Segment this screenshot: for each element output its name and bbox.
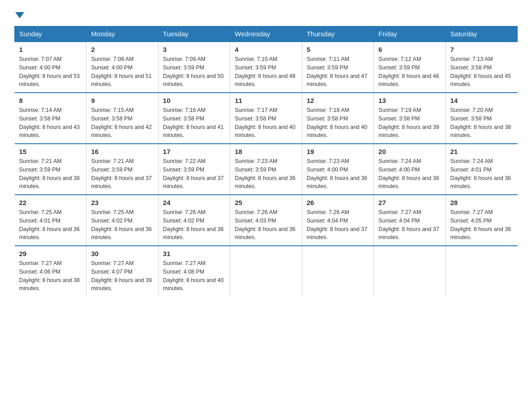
day-number: 9 — [91, 97, 153, 104]
day-info: Sunrise: 7:09 AMSunset: 3:59 PMDaylight:… — [163, 55, 225, 89]
day-number: 18 — [235, 148, 297, 155]
calendar-cell: 20 Sunrise: 7:24 AMSunset: 4:00 PMDaylig… — [374, 144, 446, 195]
calendar-header-row: SundayMondayTuesdayWednesdayThursdayFrid… — [15, 26, 518, 42]
day-number: 17 — [163, 148, 225, 155]
day-info: Sunrise: 7:27 AMSunset: 4:08 PMDaylight:… — [163, 259, 225, 293]
day-number: 23 — [91, 199, 153, 206]
logo — [14, 11, 25, 17]
day-info: Sunrise: 7:23 AMSunset: 3:59 PMDaylight:… — [235, 157, 297, 191]
calendar-cell: 16 Sunrise: 7:21 AMSunset: 3:59 PMDaylig… — [86, 144, 158, 195]
day-info: Sunrise: 7:27 AMSunset: 4:04 PMDaylight:… — [378, 208, 441, 242]
calendar-cell: 18 Sunrise: 7:23 AMSunset: 3:59 PMDaylig… — [230, 144, 302, 195]
day-info: Sunrise: 7:14 AMSunset: 3:58 PMDaylight:… — [19, 106, 82, 140]
day-info: Sunrise: 7:26 AMSunset: 4:02 PMDaylight:… — [163, 208, 225, 242]
calendar-week-row: 8 Sunrise: 7:14 AMSunset: 3:58 PMDayligh… — [15, 93, 518, 144]
calendar-cell: 22 Sunrise: 7:25 AMSunset: 4:01 PMDaylig… — [15, 195, 86, 246]
day-number: 25 — [235, 199, 297, 206]
calendar-cell: 5 Sunrise: 7:11 AMSunset: 3:59 PMDayligh… — [302, 42, 373, 93]
day-info: Sunrise: 7:17 AMSunset: 3:58 PMDaylight:… — [235, 106, 297, 140]
day-number: 13 — [378, 97, 441, 104]
calendar-cell: 25 Sunrise: 7:26 AMSunset: 4:03 PMDaylig… — [230, 195, 302, 246]
day-info: Sunrise: 7:20 AMSunset: 3:58 PMDaylight:… — [450, 106, 513, 140]
calendar-cell: 15 Sunrise: 7:21 AMSunset: 3:59 PMDaylig… — [15, 144, 86, 195]
calendar-week-row: 22 Sunrise: 7:25 AMSunset: 4:01 PMDaylig… — [15, 195, 518, 246]
day-info: Sunrise: 7:27 AMSunset: 4:07 PMDaylight:… — [91, 259, 153, 293]
day-number: 7 — [450, 46, 513, 53]
day-number: 28 — [450, 199, 513, 206]
calendar-table: SundayMondayTuesdayWednesdayThursdayFrid… — [14, 26, 518, 296]
calendar-week-row: 1 Sunrise: 7:07 AMSunset: 4:00 PMDayligh… — [15, 42, 518, 93]
day-number: 19 — [307, 148, 369, 155]
day-number: 2 — [91, 46, 153, 53]
calendar-cell: 3 Sunrise: 7:09 AMSunset: 3:59 PMDayligh… — [158, 42, 230, 93]
day-number: 15 — [19, 148, 82, 155]
day-number: 12 — [307, 97, 369, 104]
calendar-cell: 30 Sunrise: 7:27 AMSunset: 4:07 PMDaylig… — [86, 246, 158, 296]
calendar-cell: 21 Sunrise: 7:24 AMSunset: 4:01 PMDaylig… — [446, 144, 517, 195]
calendar-cell: 23 Sunrise: 7:25 AMSunset: 4:02 PMDaylig… — [86, 195, 158, 246]
calendar-cell: 14 Sunrise: 7:20 AMSunset: 3:58 PMDaylig… — [446, 93, 517, 144]
day-number: 20 — [378, 148, 441, 155]
day-info: Sunrise: 7:11 AMSunset: 3:59 PMDaylight:… — [307, 55, 369, 89]
day-info: Sunrise: 7:21 AMSunset: 3:59 PMDaylight:… — [19, 157, 82, 191]
day-info: Sunrise: 7:21 AMSunset: 3:59 PMDaylight:… — [91, 157, 153, 191]
day-number: 16 — [91, 148, 153, 155]
day-number: 8 — [19, 97, 82, 104]
calendar-cell: 11 Sunrise: 7:17 AMSunset: 3:58 PMDaylig… — [230, 93, 302, 144]
day-info: Sunrise: 7:26 AMSunset: 4:03 PMDaylight:… — [235, 208, 297, 242]
day-number: 26 — [307, 199, 369, 206]
day-number: 3 — [163, 46, 225, 53]
calendar-cell — [302, 246, 373, 296]
day-info: Sunrise: 7:07 AMSunset: 4:00 PMDaylight:… — [19, 55, 82, 89]
day-info: Sunrise: 7:08 AMSunset: 4:00 PMDaylight:… — [91, 55, 153, 89]
day-number: 5 — [307, 46, 369, 53]
day-info: Sunrise: 7:16 AMSunset: 3:58 PMDaylight:… — [163, 106, 225, 140]
day-info: Sunrise: 7:24 AMSunset: 4:00 PMDaylight:… — [378, 157, 441, 191]
day-info: Sunrise: 7:27 AMSunset: 4:06 PMDaylight:… — [19, 259, 82, 293]
page-header — [14, 11, 518, 17]
day-number: 31 — [163, 250, 225, 257]
day-info: Sunrise: 7:15 AMSunset: 3:58 PMDaylight:… — [91, 106, 153, 140]
calendar-cell: 12 Sunrise: 7:18 AMSunset: 3:58 PMDaylig… — [302, 93, 373, 144]
day-info: Sunrise: 7:24 AMSunset: 4:01 PMDaylight:… — [450, 157, 513, 191]
day-number: 22 — [19, 199, 82, 206]
calendar-cell: 9 Sunrise: 7:15 AMSunset: 3:58 PMDayligh… — [86, 93, 158, 144]
calendar-header-thursday: Thursday — [302, 26, 373, 42]
calendar-cell — [230, 246, 302, 296]
day-number: 24 — [163, 199, 225, 206]
calendar-cell: 13 Sunrise: 7:19 AMSunset: 3:58 PMDaylig… — [374, 93, 446, 144]
day-info: Sunrise: 7:12 AMSunset: 3:59 PMDaylight:… — [378, 55, 441, 89]
calendar-cell: 6 Sunrise: 7:12 AMSunset: 3:59 PMDayligh… — [374, 42, 446, 93]
calendar-cell: 2 Sunrise: 7:08 AMSunset: 4:00 PMDayligh… — [86, 42, 158, 93]
day-number: 30 — [91, 250, 153, 257]
calendar-cell: 17 Sunrise: 7:22 AMSunset: 3:59 PMDaylig… — [158, 144, 230, 195]
day-number: 1 — [19, 46, 82, 53]
calendar-week-row: 29 Sunrise: 7:27 AMSunset: 4:06 PMDaylig… — [15, 246, 518, 296]
day-number: 27 — [378, 199, 441, 206]
calendar-cell: 29 Sunrise: 7:27 AMSunset: 4:06 PMDaylig… — [15, 246, 86, 296]
day-number: 6 — [378, 46, 441, 53]
day-info: Sunrise: 7:13 AMSunset: 3:58 PMDaylight:… — [450, 55, 513, 89]
day-info: Sunrise: 7:19 AMSunset: 3:58 PMDaylight:… — [378, 106, 441, 140]
calendar-cell: 4 Sunrise: 7:10 AMSunset: 3:59 PMDayligh… — [230, 42, 302, 93]
calendar-week-row: 15 Sunrise: 7:21 AMSunset: 3:59 PMDaylig… — [15, 144, 518, 195]
calendar-cell: 7 Sunrise: 7:13 AMSunset: 3:58 PMDayligh… — [446, 42, 517, 93]
day-info: Sunrise: 7:22 AMSunset: 3:59 PMDaylight:… — [163, 157, 225, 191]
calendar-cell: 27 Sunrise: 7:27 AMSunset: 4:04 PMDaylig… — [374, 195, 446, 246]
day-number: 11 — [235, 97, 297, 104]
day-number: 21 — [450, 148, 513, 155]
day-info: Sunrise: 7:25 AMSunset: 4:01 PMDaylight:… — [19, 208, 82, 242]
day-info: Sunrise: 7:23 AMSunset: 4:00 PMDaylight:… — [307, 157, 369, 191]
calendar-cell: 19 Sunrise: 7:23 AMSunset: 4:00 PMDaylig… — [302, 144, 373, 195]
calendar-header-tuesday: Tuesday — [158, 26, 230, 42]
day-info: Sunrise: 7:10 AMSunset: 3:59 PMDaylight:… — [235, 55, 297, 89]
calendar-header-friday: Friday — [374, 26, 446, 42]
calendar-cell: 31 Sunrise: 7:27 AMSunset: 4:08 PMDaylig… — [158, 246, 230, 296]
day-number: 4 — [235, 46, 297, 53]
calendar-header-sunday: Sunday — [15, 26, 86, 42]
calendar-header-saturday: Saturday — [446, 26, 517, 42]
calendar-cell: 24 Sunrise: 7:26 AMSunset: 4:02 PMDaylig… — [158, 195, 230, 246]
calendar-cell: 28 Sunrise: 7:27 AMSunset: 4:05 PMDaylig… — [446, 195, 517, 246]
day-info: Sunrise: 7:18 AMSunset: 3:58 PMDaylight:… — [307, 106, 369, 140]
calendar-header-monday: Monday — [86, 26, 158, 42]
